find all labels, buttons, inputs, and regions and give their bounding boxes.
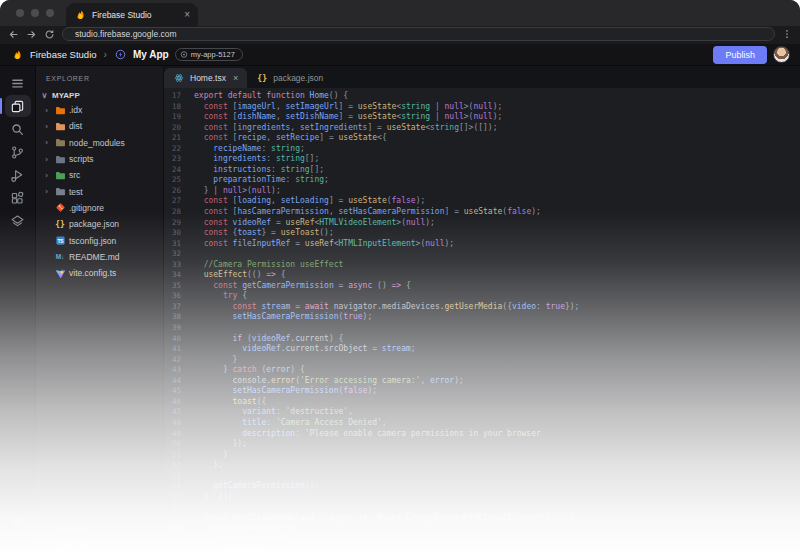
activity-settings-gear-icon[interactable] <box>5 510 31 532</box>
code-line[interactable]: 34 useEffect(() => { <box>164 270 800 281</box>
code-line[interactable]: 27 const [loading, setLoading] = useStat… <box>164 196 800 207</box>
code-line[interactable]: 37 const stream = await navigator.mediaD… <box>164 302 800 313</box>
code-line[interactable]: 30 const {toast} = useToast(); <box>164 228 800 239</box>
tree-item-node_modules[interactable]: ›node_modules <box>36 135 163 151</box>
section-outline[interactable]: ›OUTLINE <box>40 527 86 536</box>
kebab-menu-icon[interactable] <box>782 28 792 40</box>
tree-item-scripts[interactable]: ›scripts <box>36 151 163 167</box>
code-line[interactable]: 47 variant: 'destructive', <box>164 407 800 418</box>
user-avatar[interactable] <box>773 46 790 63</box>
code-line[interactable]: 33 //Camera Permission useEffect <box>164 260 800 271</box>
code-line[interactable]: 19 const [dishName, setDishName] = useSt… <box>164 112 800 123</box>
code-line[interactable]: 58 setLoading(true); <box>164 523 800 534</box>
activity-files-icon[interactable] <box>5 95 31 117</box>
activity-source-control-icon[interactable] <box>5 141 31 163</box>
tree-item-package.json[interactable]: {}package.json <box>36 216 163 232</box>
activity-menu-icon[interactable] <box>5 72 31 94</box>
code-line[interactable]: 25 preparationTime: string; <box>164 175 800 186</box>
code-line[interactable]: 45 setHasCameraPermission(false); <box>164 386 800 397</box>
line-number: 43 <box>164 365 194 376</box>
tab-close-icon[interactable]: × <box>233 73 238 83</box>
tree-item-src[interactable]: ›src <box>36 167 163 183</box>
editor-tab-label: Home.tsx <box>190 73 226 83</box>
window-controls[interactable] <box>0 0 66 26</box>
chevron-right-icon: › <box>42 155 51 164</box>
app-name[interactable]: My App <box>133 49 169 60</box>
tree-root-myapp[interactable]: ∨ MYAPP <box>36 89 163 102</box>
reload-icon[interactable] <box>44 29 55 40</box>
tab-close-icon[interactable]: × <box>184 10 190 20</box>
code-text: variant: 'destructive', <box>194 407 353 418</box>
code-line[interactable]: 26 } | null>(null); <box>164 186 800 197</box>
code-text: toast({ <box>194 397 266 408</box>
explorer-title: EXPLORER <box>36 66 163 89</box>
forward-icon[interactable] <box>26 29 37 40</box>
activity-labs-icon[interactable] <box>5 210 31 232</box>
address-bar[interactable]: studio.firebase.google.com <box>62 27 775 41</box>
code-line[interactable]: 29 const videoRef = useRef<HTMLVideoElem… <box>164 218 800 229</box>
browser-tab[interactable]: Firebase Studio × <box>66 3 198 26</box>
code-line[interactable]: 51 } <box>164 450 800 461</box>
code-editor[interactable]: 17export default function Home() {18 con… <box>164 88 800 556</box>
code-line[interactable]: 52 }; <box>164 460 800 471</box>
activity-extensions-icon[interactable] <box>5 187 31 209</box>
code-line[interactable]: 22 recipeName: string; <box>164 144 800 155</box>
code-line[interactable]: 41 videoRef.current.srcObject = stream; <box>164 344 800 355</box>
activity-bar <box>0 66 36 556</box>
window-minimize-button[interactable] <box>31 9 39 17</box>
code-line[interactable]: 50 }); <box>164 439 800 450</box>
code-text: const [dishName, setDishName] = useState… <box>194 112 502 123</box>
code-line[interactable]: 49 description: 'Please enable camera pe… <box>164 429 800 440</box>
code-line[interactable]: 17export default function Home() { <box>164 91 800 102</box>
code-line[interactable]: 42 } <box>164 355 800 366</box>
code-line[interactable]: 21 const [recipe, setRecipe] = useState<… <box>164 133 800 144</box>
editor-tab-package.json[interactable]: {}package.json <box>247 68 332 88</box>
code-line[interactable]: 23 ingredients: string[]; <box>164 154 800 165</box>
code-line[interactable]: 44 console.error('Error accessing camera… <box>164 376 800 387</box>
code-line[interactable]: 55 }, []); <box>164 492 800 503</box>
code-line[interactable]: 43 } catch (error) { <box>164 365 800 376</box>
code-line[interactable]: 32 <box>164 249 800 260</box>
tree-item-label: scripts <box>69 154 94 164</box>
code-line[interactable]: 48 title: 'Camera Access Denied', <box>164 418 800 429</box>
code-line[interactable]: 31 const fileInputRef = useRef<HTMLInput… <box>164 239 800 250</box>
code-line[interactable]: 59 setImageUrl(null); <box>164 534 800 545</box>
activity-search-icon[interactable] <box>5 118 31 140</box>
code-text: const videoRef = useRef<HTMLVideoElement… <box>194 218 435 229</box>
brand-title[interactable]: Firebase Studio <box>30 49 97 60</box>
code-text: useEffect(() => { <box>194 270 286 281</box>
tree-item-dist[interactable]: ›dist <box>36 118 163 134</box>
code-line[interactable]: 53 <box>164 471 800 482</box>
editor-tab-Home.tsx[interactable]: Home.tsx× <box>164 68 247 88</box>
back-icon[interactable] <box>8 29 19 40</box>
code-line[interactable]: 35 const getCameraPermission = async () … <box>164 281 800 292</box>
tree-item-README.md[interactable]: M↓README.md <box>36 249 163 265</box>
publish-button[interactable]: Publish <box>713 46 767 64</box>
code-line[interactable]: 39 <box>164 323 800 334</box>
tree-item-.gitignore[interactable]: .gitignore <box>36 200 163 216</box>
line-number: 48 <box>164 418 194 429</box>
window-close-button[interactable] <box>16 9 24 17</box>
code-line[interactable]: 46 toast({ <box>164 397 800 408</box>
code-line[interactable]: 20 const [ingredients, setIngredients] =… <box>164 123 800 134</box>
code-line[interactable]: 18 const [imageUrl, setImageUrl] = useSt… <box>164 102 800 113</box>
tree-item-test[interactable]: ›test <box>36 183 163 199</box>
tree-item-tsconfig.json[interactable]: TStsconfig.json <box>36 232 163 248</box>
line-number: 55 <box>164 492 194 503</box>
code-line[interactable]: 36 try { <box>164 291 800 302</box>
code-line[interactable]: 24 instructions: string[]; <box>164 165 800 176</box>
code-line[interactable]: 28 const [hasCameraPermission, setHasCam… <box>164 207 800 218</box>
line-number: 36 <box>164 291 194 302</box>
code-line[interactable]: 38 setHasCameraPermission(true); <box>164 312 800 323</box>
section-timeline[interactable]: ›TIMELINE <box>40 543 88 552</box>
code-line[interactable]: 57 const handleImageUpload = async (e: R… <box>164 513 800 524</box>
tree-item-.idx[interactable]: ›.idx <box>36 102 163 118</box>
activity-run-debug-icon[interactable] <box>5 164 31 186</box>
code-line[interactable]: 40 if (videoRef.current) { <box>164 334 800 345</box>
tree-item-vite.config.ts[interactable]: vite.config.ts <box>36 265 163 281</box>
code-line[interactable]: 54 getCameraPermission(); <box>164 481 800 492</box>
workspace-badge[interactable]: my-app-5127 <box>175 48 243 61</box>
code-line[interactable]: 60 setDishName(null); <box>164 545 800 556</box>
code-line[interactable]: 56 <box>164 502 800 513</box>
window-zoom-button[interactable] <box>46 9 54 17</box>
